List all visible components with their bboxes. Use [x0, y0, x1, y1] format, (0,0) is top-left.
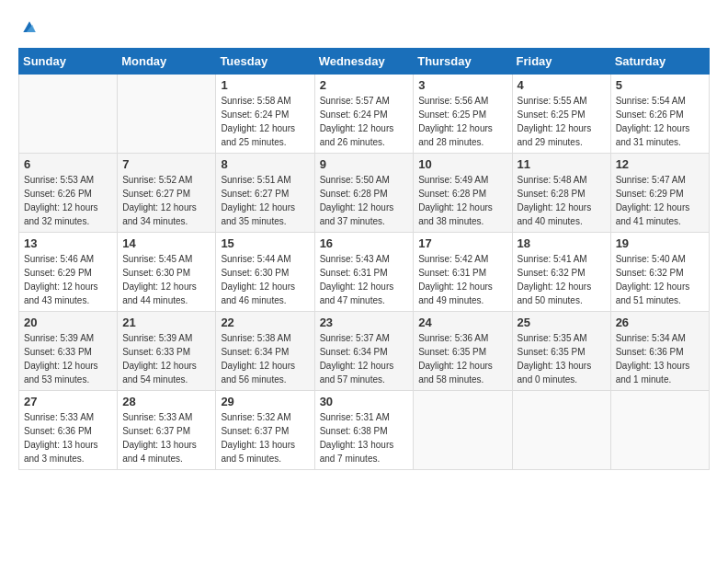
calendar-cell: 1Sunrise: 5:58 AM Sunset: 6:24 PM Daylig…	[216, 75, 314, 154]
day-number: 1	[221, 78, 309, 92]
day-number: 12	[616, 157, 704, 171]
col-header-friday: Friday	[512, 49, 610, 75]
day-info: Sunrise: 5:50 AM Sunset: 6:28 PM Dayligh…	[320, 173, 409, 228]
calendar-cell: 28Sunrise: 5:33 AM Sunset: 6:37 PM Dayli…	[118, 391, 216, 470]
col-header-thursday: Thursday	[414, 49, 512, 75]
calendar-cell: 10Sunrise: 5:49 AM Sunset: 6:28 PM Dayli…	[414, 154, 512, 233]
day-info: Sunrise: 5:32 AM Sunset: 6:37 PM Dayligh…	[221, 410, 309, 465]
day-info: Sunrise: 5:52 AM Sunset: 6:27 PM Dayligh…	[122, 173, 210, 228]
calendar-cell	[512, 391, 610, 470]
calendar-cell: 9Sunrise: 5:50 AM Sunset: 6:28 PM Daylig…	[314, 154, 414, 233]
calendar-cell: 14Sunrise: 5:45 AM Sunset: 6:30 PM Dayli…	[118, 233, 216, 312]
calendar-cell: 16Sunrise: 5:43 AM Sunset: 6:31 PM Dayli…	[314, 233, 414, 312]
day-info: Sunrise: 5:57 AM Sunset: 6:24 PM Dayligh…	[320, 94, 409, 149]
day-info: Sunrise: 5:37 AM Sunset: 6:34 PM Dayligh…	[320, 331, 409, 386]
day-number: 19	[616, 236, 704, 250]
calendar-cell: 22Sunrise: 5:38 AM Sunset: 6:34 PM Dayli…	[216, 312, 314, 391]
day-info: Sunrise: 5:36 AM Sunset: 6:35 PM Dayligh…	[418, 331, 506, 386]
calendar-cell: 27Sunrise: 5:33 AM Sunset: 6:36 PM Dayli…	[19, 391, 118, 470]
day-number: 18	[518, 236, 606, 250]
day-number: 21	[122, 316, 210, 329]
calendar-cell: 15Sunrise: 5:44 AM Sunset: 6:30 PM Dayli…	[216, 233, 314, 312]
calendar-cell	[19, 75, 118, 154]
col-header-tuesday: Tuesday	[216, 49, 314, 75]
calendar-week-row: 20Sunrise: 5:39 AM Sunset: 6:33 PM Dayli…	[19, 312, 710, 391]
day-number: 3	[418, 78, 506, 92]
day-info: Sunrise: 5:46 AM Sunset: 6:29 PM Dayligh…	[24, 252, 112, 307]
day-number: 25	[518, 316, 606, 329]
calendar-table: SundayMondayTuesdayWednesdayThursdayFrid…	[18, 48, 710, 470]
day-number: 28	[122, 395, 210, 408]
calendar-header-row: SundayMondayTuesdayWednesdayThursdayFrid…	[19, 49, 710, 75]
calendar-cell: 6Sunrise: 5:53 AM Sunset: 6:26 PM Daylig…	[19, 154, 118, 233]
day-info: Sunrise: 5:40 AM Sunset: 6:32 PM Dayligh…	[616, 252, 704, 307]
calendar-cell: 25Sunrise: 5:35 AM Sunset: 6:35 PM Dayli…	[512, 312, 610, 391]
day-info: Sunrise: 5:44 AM Sunset: 6:30 PM Dayligh…	[221, 252, 309, 307]
day-number: 10	[418, 157, 506, 171]
day-number: 9	[320, 157, 409, 171]
calendar-week-row: 27Sunrise: 5:33 AM Sunset: 6:36 PM Dayli…	[19, 391, 710, 470]
calendar-cell: 12Sunrise: 5:47 AM Sunset: 6:29 PM Dayli…	[610, 154, 709, 233]
day-info: Sunrise: 5:53 AM Sunset: 6:26 PM Dayligh…	[24, 173, 112, 228]
day-number: 13	[24, 236, 112, 250]
day-info: Sunrise: 5:39 AM Sunset: 6:33 PM Dayligh…	[122, 331, 210, 386]
calendar-cell: 30Sunrise: 5:31 AM Sunset: 6:38 PM Dayli…	[314, 391, 414, 470]
day-number: 7	[122, 157, 210, 171]
calendar-cell: 19Sunrise: 5:40 AM Sunset: 6:32 PM Dayli…	[610, 233, 709, 312]
day-number: 22	[221, 316, 309, 329]
day-number: 23	[320, 316, 409, 329]
day-number: 8	[221, 157, 309, 171]
day-info: Sunrise: 5:33 AM Sunset: 6:36 PM Dayligh…	[24, 410, 112, 465]
day-info: Sunrise: 5:45 AM Sunset: 6:30 PM Dayligh…	[122, 252, 210, 307]
col-header-sunday: Sunday	[19, 49, 118, 75]
day-info: Sunrise: 5:56 AM Sunset: 6:25 PM Dayligh…	[418, 94, 506, 149]
logo-icon	[20, 18, 39, 37]
day-number: 6	[24, 157, 112, 171]
calendar-cell: 29Sunrise: 5:32 AM Sunset: 6:37 PM Dayli…	[216, 391, 314, 470]
calendar-cell: 21Sunrise: 5:39 AM Sunset: 6:33 PM Dayli…	[118, 312, 216, 391]
day-info: Sunrise: 5:39 AM Sunset: 6:33 PM Dayligh…	[24, 331, 112, 386]
day-number: 29	[221, 395, 309, 408]
day-number: 14	[122, 236, 210, 250]
day-number: 17	[418, 236, 506, 250]
day-info: Sunrise: 5:41 AM Sunset: 6:32 PM Dayligh…	[518, 252, 606, 307]
day-info: Sunrise: 5:34 AM Sunset: 6:36 PM Dayligh…	[616, 331, 704, 386]
day-number: 2	[320, 78, 409, 92]
calendar-cell: 8Sunrise: 5:51 AM Sunset: 6:27 PM Daylig…	[216, 154, 314, 233]
calendar-cell	[610, 391, 709, 470]
day-info: Sunrise: 5:54 AM Sunset: 6:26 PM Dayligh…	[616, 94, 704, 149]
col-header-saturday: Saturday	[610, 49, 709, 75]
day-info: Sunrise: 5:47 AM Sunset: 6:29 PM Dayligh…	[616, 173, 704, 228]
day-info: Sunrise: 5:33 AM Sunset: 6:37 PM Dayligh…	[122, 410, 210, 465]
day-number: 4	[518, 78, 606, 92]
calendar-cell: 5Sunrise: 5:54 AM Sunset: 6:26 PM Daylig…	[610, 75, 709, 154]
col-header-wednesday: Wednesday	[314, 49, 414, 75]
logo	[18, 18, 39, 33]
calendar-week-row: 1Sunrise: 5:58 AM Sunset: 6:24 PM Daylig…	[19, 75, 710, 154]
calendar-cell: 23Sunrise: 5:37 AM Sunset: 6:34 PM Dayli…	[314, 312, 414, 391]
page-header	[18, 18, 710, 33]
day-number: 11	[518, 157, 606, 171]
day-number: 26	[616, 316, 704, 329]
day-info: Sunrise: 5:51 AM Sunset: 6:27 PM Dayligh…	[221, 173, 309, 228]
calendar-cell: 24Sunrise: 5:36 AM Sunset: 6:35 PM Dayli…	[414, 312, 512, 391]
day-number: 27	[24, 395, 112, 408]
calendar-cell: 3Sunrise: 5:56 AM Sunset: 6:25 PM Daylig…	[414, 75, 512, 154]
day-number: 24	[418, 316, 506, 329]
day-info: Sunrise: 5:43 AM Sunset: 6:31 PM Dayligh…	[320, 252, 409, 307]
calendar-week-row: 13Sunrise: 5:46 AM Sunset: 6:29 PM Dayli…	[19, 233, 710, 312]
day-number: 5	[616, 78, 704, 92]
calendar-week-row: 6Sunrise: 5:53 AM Sunset: 6:26 PM Daylig…	[19, 154, 710, 233]
calendar-cell: 4Sunrise: 5:55 AM Sunset: 6:25 PM Daylig…	[512, 75, 610, 154]
day-info: Sunrise: 5:38 AM Sunset: 6:34 PM Dayligh…	[221, 331, 309, 386]
day-number: 20	[24, 316, 112, 329]
calendar-cell: 7Sunrise: 5:52 AM Sunset: 6:27 PM Daylig…	[118, 154, 216, 233]
calendar-cell: 17Sunrise: 5:42 AM Sunset: 6:31 PM Dayli…	[414, 233, 512, 312]
day-number: 15	[221, 236, 309, 250]
day-info: Sunrise: 5:55 AM Sunset: 6:25 PM Dayligh…	[518, 94, 606, 149]
calendar-cell: 11Sunrise: 5:48 AM Sunset: 6:28 PM Dayli…	[512, 154, 610, 233]
day-number: 16	[320, 236, 409, 250]
calendar-cell: 20Sunrise: 5:39 AM Sunset: 6:33 PM Dayli…	[19, 312, 118, 391]
calendar-cell	[414, 391, 512, 470]
day-info: Sunrise: 5:48 AM Sunset: 6:28 PM Dayligh…	[518, 173, 606, 228]
